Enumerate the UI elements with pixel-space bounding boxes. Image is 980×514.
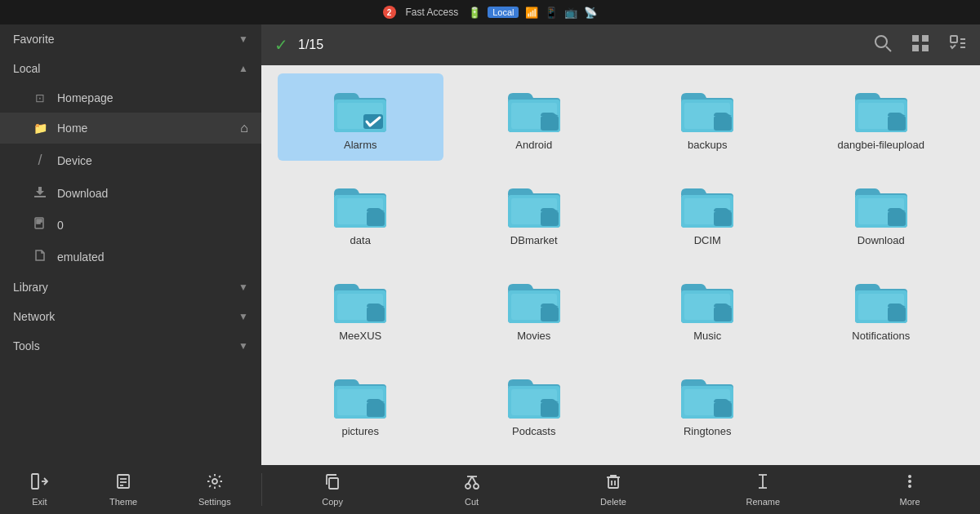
folder-icon-dbmarket <box>506 182 562 229</box>
folder-icon-podcasts <box>506 373 562 420</box>
folder-icon-meexus <box>332 277 388 325</box>
settings-label: Settings <box>198 497 231 507</box>
sidebar-section-local[interactable]: Local ▲ <box>0 54 261 83</box>
folder-icon-music <box>679 277 735 325</box>
screen-icon: 📱 <box>545 7 558 19</box>
svg-rect-10 <box>922 45 929 51</box>
settings-button[interactable]: Settings <box>189 472 241 507</box>
svg-rect-63 <box>367 402 385 417</box>
folder-item-data[interactable]: data <box>278 169 443 256</box>
folder-label-backups: backups <box>688 139 727 151</box>
sidebar-item-download[interactable]: Download <box>0 177 261 209</box>
folder-item-backups[interactable]: backups <box>625 73 791 161</box>
folder-item-music[interactable]: Music <box>625 264 791 352</box>
folder-icon-notifications <box>853 277 909 325</box>
sidebar-section-favorite[interactable]: Favorite ▼ <box>0 24 261 54</box>
folder-icon-backups <box>679 86 735 134</box>
sidebar-item-emulated[interactable]: emulated <box>0 241 261 273</box>
top-bar-title: Fast Access <box>406 7 459 18</box>
rename-button[interactable]: Rename <box>736 472 790 507</box>
folder-label-download: Download <box>858 234 905 246</box>
folder-item-ringtones[interactable]: Ringtones <box>625 360 791 447</box>
folder-label-dangbei-fileupload: dangbei-fileupload <box>838 139 924 151</box>
folder-icon-dangbei-fileupload <box>853 86 909 134</box>
svg-rect-3 <box>37 221 42 222</box>
search-icon[interactable] <box>874 34 892 56</box>
sidebar-bottom-bar: Exit Theme Settings <box>0 472 261 507</box>
network-chevron: ▼ <box>238 311 248 322</box>
sidebar-section-tools[interactable]: Tools ▼ <box>0 331 261 361</box>
settings-icon <box>206 472 224 494</box>
svg-rect-23 <box>714 116 732 131</box>
folder-item-dangbei-fileupload[interactable]: dangbei-fileupload <box>799 73 964 161</box>
folder-grid: Alarms Android <box>261 65 980 465</box>
copy-button[interactable]: Copy <box>312 472 353 507</box>
svg-rect-2 <box>37 219 42 220</box>
top-bar: 2 Fast Access 🔋 Local 📶 📱 📺 📡 <box>0 0 980 24</box>
delete-button[interactable]: Delete <box>590 472 636 507</box>
exit-label: Exit <box>32 497 47 507</box>
cut-button[interactable]: Cut <box>453 472 491 507</box>
folder-label-music: Music <box>693 330 721 342</box>
tools-chevron: ▼ <box>238 340 248 352</box>
sidebar-section-library[interactable]: Library ▼ <box>0 273 261 302</box>
folder-label-ringtones: Ringtones <box>684 425 732 437</box>
svg-rect-39 <box>714 211 732 226</box>
svg-rect-67 <box>541 402 559 417</box>
svg-rect-7 <box>912 35 919 42</box>
svg-line-83 <box>472 476 476 484</box>
folder-item-dbmarket[interactable]: DBmarket <box>452 169 617 256</box>
folder-item-movies[interactable]: Movies <box>452 264 617 352</box>
folder-label-data: data <box>350 234 371 246</box>
folder-icon-movies <box>506 277 562 325</box>
sidebar-section-network[interactable]: Network ▼ <box>0 302 261 331</box>
sidebar-item-zero[interactable]: 0 <box>0 209 261 241</box>
sidebar-item-device[interactable]: / Device <box>0 144 261 177</box>
sidebar-item-home[interactable]: 📁 Home ⌂ <box>0 113 261 144</box>
folder-icon-data <box>332 182 388 229</box>
grid-icon[interactable] <box>911 34 929 56</box>
wifi-icon: 📶 <box>525 7 538 19</box>
more-button[interactable]: More <box>890 472 930 507</box>
exit-button[interactable]: Exit <box>20 472 58 507</box>
svg-rect-35 <box>541 211 559 226</box>
svg-point-78 <box>212 479 217 484</box>
copy-icon <box>323 472 341 494</box>
sidebar-item-homepage[interactable]: ⊡ Homepage <box>0 83 261 113</box>
library-chevron: ▼ <box>238 281 248 293</box>
folder-item-dcim[interactable]: DCIM <box>625 169 791 256</box>
svg-rect-11 <box>951 36 957 42</box>
folder-icon-download <box>853 182 909 229</box>
svg-point-92 <box>908 480 911 483</box>
tools-label: Tools <box>13 339 40 352</box>
theme-button[interactable]: Theme <box>100 472 147 507</box>
folder-item-meexus[interactable]: MeeXUS <box>278 264 443 352</box>
download-icon <box>33 185 47 201</box>
select-icon[interactable] <box>949 34 967 56</box>
svg-point-80 <box>466 484 470 489</box>
svg-rect-19 <box>541 116 559 131</box>
content-header: ✓ 1/15 <box>261 24 980 65</box>
folder-icon-ringtones <box>679 373 735 420</box>
folder-label-dcim: DCIM <box>694 234 721 246</box>
folder-item-alarms[interactable]: Alarms <box>278 73 443 161</box>
cut-label: Cut <box>465 497 479 507</box>
folder-item-pictures[interactable]: pictures <box>278 360 443 447</box>
svg-point-81 <box>474 484 479 489</box>
svg-rect-31 <box>367 211 385 226</box>
folder-icon-alarms <box>332 86 388 134</box>
folder-item-notifications[interactable]: Notifications <box>799 264 964 352</box>
top-bar-icons: 🔋 Local 📶 📱 📺 📡 <box>468 7 597 19</box>
svg-point-93 <box>908 485 911 488</box>
folder-icon-android <box>506 86 562 134</box>
folder-label-dbmarket: DBmarket <box>510 234 558 246</box>
library-label: Library <box>13 281 48 294</box>
notification-badge[interactable]: 2 <box>383 6 396 19</box>
homepage-label: Homepage <box>57 91 114 104</box>
device-icon: / <box>33 152 47 169</box>
folder-icon-pictures <box>332 373 388 420</box>
folder-item-android[interactable]: Android <box>452 73 617 161</box>
folder-item-podcasts[interactable]: Podcasts <box>452 360 617 447</box>
svg-rect-55 <box>714 307 732 321</box>
folder-item-download[interactable]: Download <box>799 169 964 256</box>
